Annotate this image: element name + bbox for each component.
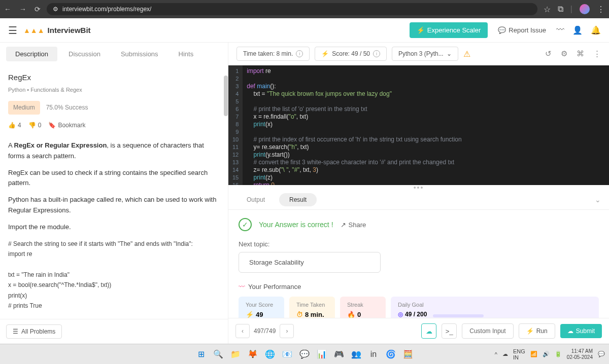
outlook-icon[interactable]: 📧 xyxy=(280,347,294,361)
chat-icon: 💬 xyxy=(498,26,506,34)
keyboard-icon[interactable]: ⌘ xyxy=(577,49,584,58)
wifi-icon[interactable]: 📶 xyxy=(530,351,537,357)
thumbs-down-icon: 👎 xyxy=(28,121,36,130)
bolt-icon: ⚡ xyxy=(246,311,254,318)
collapse-icon[interactable]: ⌄ xyxy=(595,196,601,204)
bookmark-button[interactable]: 🔖Bookmark xyxy=(48,121,85,130)
browser-chrome-bar: ← → ⟳ ⚙ interviewbit.com/problems/regex/… xyxy=(0,0,609,18)
chevron-down-icon: ⌄ xyxy=(447,50,452,57)
next-topic-label: Next topic: xyxy=(239,240,599,248)
result-panel: ✓ Your Answer is correct ! ↗Share Next t… xyxy=(228,210,609,318)
tab-description[interactable]: Description xyxy=(6,47,57,61)
clock[interactable]: 11:47 AM 02-05-2024 xyxy=(567,348,593,360)
fire-icon: 🔥 xyxy=(347,311,355,318)
bookmark-icon: 🔖 xyxy=(48,121,56,130)
report-issue-button[interactable]: 💬 Report Issue xyxy=(494,22,550,38)
calculator-icon[interactable]: 🧮 xyxy=(401,347,415,361)
problem-description: RegEx Python • Functionals & Regex Mediu… xyxy=(0,65,228,319)
thumbs-up-icon: 👍 xyxy=(8,121,16,130)
clock-icon: ⏱ xyxy=(296,311,303,318)
profile-avatar[interactable] xyxy=(580,4,590,14)
tab-submissions[interactable]: Submissions xyxy=(112,47,167,61)
prev-problem-button[interactable]: ‹ xyxy=(235,324,250,338)
next-problem-button[interactable]: › xyxy=(280,324,294,338)
tab-discussion[interactable]: Discussion xyxy=(59,47,110,61)
discord-icon[interactable]: 🎮 xyxy=(332,347,346,361)
tab-output[interactable]: Output xyxy=(236,193,275,206)
warning-icon[interactable]: ⚠ xyxy=(463,49,470,59)
reload-icon[interactable]: ⟳ xyxy=(35,5,41,13)
bell-icon[interactable]: 🔔 xyxy=(591,25,601,35)
correct-message: Your Answer is correct ! xyxy=(259,221,333,229)
cloud-sync-icon[interactable]: ☁ xyxy=(421,323,436,339)
url-bar[interactable]: ⚙ interviewbit.com/problems/regex/ xyxy=(47,3,537,15)
submit-button[interactable]: ☁Submit xyxy=(560,324,602,338)
example-code: # Search the string to see if it starts … xyxy=(8,239,220,311)
back-icon[interactable]: ← xyxy=(4,5,11,13)
forward-icon[interactable]: → xyxy=(19,5,26,13)
problem-position: 497/749 xyxy=(254,327,276,335)
whatsapp-icon[interactable]: 💬 xyxy=(297,347,312,361)
firefox-icon[interactable]: 🦊 xyxy=(246,347,260,361)
list-icon: ☰ xyxy=(13,328,18,335)
line-gutter: 12345678910111213141516 xyxy=(228,65,243,185)
more-icon[interactable]: ⋮ xyxy=(593,49,601,58)
reset-icon[interactable]: ↺ xyxy=(545,49,552,58)
logo-mark-icon: ▲▲▲ xyxy=(23,26,45,34)
edge-icon[interactable]: 🌀 xyxy=(384,347,398,361)
language-select[interactable]: Python 3 (Pyth... ⌄ xyxy=(392,47,458,61)
bolt-icon: ⚡ xyxy=(526,327,534,335)
logo[interactable]: ▲▲▲ InterviewBit xyxy=(23,26,91,34)
bolt-icon: ⚡ xyxy=(321,50,329,57)
url-text: interviewbit.com/problems/regex/ xyxy=(62,6,151,13)
site-info-icon[interactable]: ⚙ xyxy=(53,6,58,13)
pulse-icon: 〰 xyxy=(239,283,245,290)
app-header: ☰ ▲▲▲ InterviewBit ⚡ Experience Scaler 💬… xyxy=(0,18,609,43)
linkedin-icon[interactable]: in xyxy=(366,347,381,361)
onedrive-icon[interactable]: ☁ xyxy=(502,351,508,357)
code-content[interactable]: import re def main(): txt = "The quick b… xyxy=(243,65,609,185)
problem-tabs: Description Discussion Submissions Hints xyxy=(0,43,228,65)
downvote-button[interactable]: 👎0 xyxy=(28,121,42,130)
score-card: Your Score ⚡49 xyxy=(239,297,284,318)
tab-hints[interactable]: Hints xyxy=(170,47,203,61)
start-icon[interactable]: ⊞ xyxy=(194,347,208,361)
scrollbar[interactable] xyxy=(224,76,228,116)
next-topic-button[interactable]: Storage Scalability xyxy=(239,252,381,273)
share-button[interactable]: ↗Share xyxy=(341,221,366,229)
excel-icon[interactable]: 📊 xyxy=(315,347,329,361)
settings-icon[interactable]: ⚙ xyxy=(561,49,567,58)
explorer-icon[interactable]: 📁 xyxy=(228,347,243,361)
tray-chevron-icon[interactable]: ^ xyxy=(495,351,497,357)
notifications-icon[interactable]: 💬 xyxy=(598,351,605,357)
resize-handle[interactable]: ••• xyxy=(228,185,609,190)
activity-icon[interactable]: 〰 xyxy=(556,25,564,35)
star-icon[interactable]: ☆ xyxy=(544,5,551,14)
tab-result[interactable]: Result xyxy=(279,193,317,206)
run-button[interactable]: ⚡Run xyxy=(519,323,555,339)
score-pill: ⚡ Score: 49 / 50 i xyxy=(315,47,387,61)
upvote-button[interactable]: 👍4 xyxy=(8,121,21,130)
battery-icon[interactable]: 🔋 xyxy=(555,351,562,357)
streak-card: Streak 🔥0 xyxy=(340,297,386,318)
terminal-icon[interactable]: >_ xyxy=(442,323,457,339)
code-editor[interactable]: 12345678910111213141516 import re def ma… xyxy=(228,65,609,185)
info-icon[interactable]: i xyxy=(373,50,380,57)
experience-scaler-button[interactable]: ⚡ Experience Scaler xyxy=(410,22,488,38)
all-problems-button[interactable]: ☰ All Problems xyxy=(6,324,62,339)
teams-icon[interactable]: 👥 xyxy=(349,347,363,361)
hamburger-icon[interactable]: ☰ xyxy=(8,24,17,37)
volume-icon[interactable]: 🔊 xyxy=(543,351,550,357)
search-icon[interactable]: 🔍 xyxy=(211,347,225,361)
custom-input-button[interactable]: Custom Input xyxy=(462,323,513,339)
menu-icon[interactable]: ⋮ xyxy=(597,5,605,14)
problem-categories: Python • Functionals & Regex xyxy=(8,86,220,95)
language-indicator[interactable]: ENGIN xyxy=(513,348,525,360)
editor-toolbar: Time taken: 8 min. i ⚡ Score: 49 / 50 i … xyxy=(228,43,609,65)
time-taken-pill: Time taken: 8 min. i xyxy=(236,47,310,61)
cloud-icon: ☁ xyxy=(567,327,573,335)
info-icon[interactable]: i xyxy=(296,50,303,57)
extensions-icon[interactable]: ⧉ xyxy=(558,5,563,14)
user-icon[interactable]: 👤 xyxy=(572,25,583,35)
chrome-icon[interactable]: 🌐 xyxy=(263,347,277,361)
